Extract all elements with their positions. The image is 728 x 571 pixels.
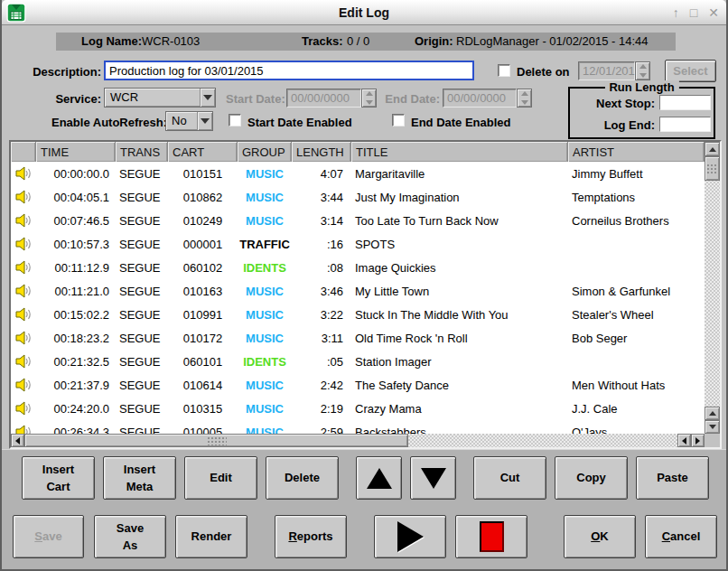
log-event-row[interactable]: 00:21:32.5SEGUE060101IDENTS:05Station Im… <box>11 350 705 373</box>
artist-cell <box>568 232 705 256</box>
service-label: Service: <box>47 92 101 106</box>
spin-up-icon[interactable] <box>636 62 649 71</box>
save-button[interactable]: Save <box>13 515 84 558</box>
down-arrow-icon <box>421 468 446 489</box>
log-event-row[interactable]: 00:15:02.2SEGUE010991MUSIC3:22Stuck In T… <box>11 303 705 326</box>
log-event-row[interactable]: 00:04:05.1SEGUE010862MUSIC3:44Just My Im… <box>11 185 705 209</box>
horizontal-scrollbar[interactable] <box>11 434 705 447</box>
scroll-right-icon[interactable] <box>691 434 705 447</box>
select-date-button[interactable]: Select <box>665 60 716 82</box>
column-header-cart[interactable]: CART <box>168 142 238 162</box>
move-up-button[interactable] <box>356 456 402 500</box>
scroll-down-icon[interactable] <box>705 420 720 434</box>
end-date-spinner[interactable] <box>517 89 532 108</box>
log-event-row[interactable]: 00:07:46.5SEGUE010249MUSIC3:14Too Late T… <box>11 209 705 232</box>
column-header-group[interactable]: GROUP <box>238 142 292 162</box>
cancel-button[interactable]: Cancel <box>645 515 717 558</box>
cut-button[interactable]: Cut <box>473 456 546 500</box>
insert-meta-button[interactable]: Insert Meta <box>103 456 176 500</box>
delete-button[interactable]: Delete <box>266 456 339 500</box>
scroll-up-icon[interactable] <box>705 142 720 156</box>
scroll-up-icon[interactable] <box>705 407 720 420</box>
group-cell: MUSIC <box>238 397 292 420</box>
column-header-artist[interactable]: ARTIST <box>568 142 705 162</box>
column-header-icon[interactable] <box>11 142 36 162</box>
start-date-enabled-checkbox[interactable] <box>229 114 241 126</box>
cart-cell: 010172 <box>168 326 238 350</box>
length-cell: :16 <box>292 232 351 256</box>
autorefresh-combobox[interactable]: No <box>165 111 213 131</box>
origin-label: Origin: <box>415 34 453 48</box>
spin-down-icon[interactable] <box>518 98 531 108</box>
artist-cell: Simon & Garfunkel <box>568 279 705 303</box>
copy-button[interactable]: Copy <box>555 456 628 500</box>
group-cell: MUSIC <box>238 420 292 434</box>
log-event-row[interactable]: 00:18:23.2SEGUE010172MUSIC3:11Old Time R… <box>11 326 705 350</box>
delete-on-date-spinner[interactable] <box>635 61 650 80</box>
chevron-down-icon[interactable] <box>200 89 215 107</box>
trans-cell: SEGUE <box>116 256 168 279</box>
end-date-enabled-checkbox[interactable] <box>392 114 405 126</box>
delete-on-checkbox[interactable] <box>498 64 510 77</box>
log-event-row[interactable]: 00:00:00.0SEGUE010151MUSIC4:07Margaritav… <box>11 162 705 185</box>
log-event-row[interactable]: 00:21:37.9SEGUE010614MUSIC2:42The Safety… <box>11 373 705 397</box>
maximize-icon[interactable]: □ <box>690 6 697 19</box>
spin-down-icon[interactable] <box>362 98 376 108</box>
cart-cell: 060102 <box>168 256 238 279</box>
service-combobox[interactable]: WCR <box>104 88 216 108</box>
column-header-trans[interactable]: TRANS <box>116 142 168 162</box>
scroll-left-icon[interactable] <box>677 434 691 447</box>
play-button[interactable] <box>374 515 446 558</box>
log-event-row[interactable]: 00:11:21.0SEGUE010163MUSIC3:46My Little … <box>11 279 705 303</box>
speaker-icon <box>15 166 33 181</box>
shade-icon[interactable]: ↑ <box>673 6 679 19</box>
speaker-icon-cell <box>11 256 36 279</box>
log-event-row[interactable]: 00:26:34.3SEGUE010005MUSIC2:59Backstabbe… <box>11 420 705 434</box>
start-date-spinner[interactable] <box>361 89 377 108</box>
time-cell: 00:07:46.5 <box>36 209 116 232</box>
cart-cell: 010151 <box>168 162 238 185</box>
stop-button[interactable] <box>455 515 527 558</box>
render-button[interactable]: Render <box>175 515 247 558</box>
vertical-scroll-thumb[interactable] <box>705 156 720 181</box>
spin-down-icon[interactable] <box>636 71 649 80</box>
group-cell: MUSIC <box>238 279 292 303</box>
artist-cell: Bob Seger <box>568 326 705 350</box>
vertical-scrollbar[interactable] <box>705 142 720 434</box>
column-header-title[interactable]: TITLE <box>351 142 568 162</box>
save-as-button[interactable]: Save As <box>94 515 166 558</box>
edit-button[interactable]: Edit <box>184 456 257 500</box>
end-date-field[interactable]: 00/00/0000 <box>443 89 517 108</box>
speaker-icon-cell <box>11 232 36 256</box>
edit-log-window: Edit Log ↑ □ ✕ Log Name: WCR-0103 Tracks… <box>0 0 728 571</box>
speaker-icon <box>15 307 33 322</box>
description-input[interactable] <box>104 61 474 80</box>
close-icon[interactable]: ✕ <box>708 6 719 19</box>
chevron-down-icon[interactable] <box>197 112 212 130</box>
reports-button[interactable]: Reports <box>275 515 347 558</box>
log-event-row[interactable]: 00:10:57.3SEGUE000001TRAFFIC:16SPOTS <box>11 232 705 256</box>
horizontal-scroll-thumb[interactable] <box>24 434 408 447</box>
log-event-row[interactable]: 00:24:20.0SEGUE010315MUSIC2:19Crazy Mama… <box>11 397 705 420</box>
scroll-left-icon[interactable] <box>11 434 24 447</box>
title-cell: Margaritaville <box>351 162 568 185</box>
start-date-field[interactable]: 00/00/0000 <box>286 89 361 108</box>
insert-cart-button[interactable]: Insert Cart <box>22 456 95 500</box>
origin-value: RDLogManager - 01/02/2015 - 14:44 <box>456 34 648 48</box>
ok-button[interactable]: OK <box>564 515 636 558</box>
column-header-length[interactable]: LENGTH <box>292 142 351 162</box>
move-down-button[interactable] <box>410 456 456 500</box>
delete-on-date-field[interactable]: 12/01/2017 <box>578 61 635 80</box>
spin-up-icon[interactable] <box>518 89 531 98</box>
next-stop-field[interactable] <box>659 95 711 110</box>
cart-cell: 010991 <box>168 303 238 326</box>
column-header-time[interactable]: TIME <box>36 142 116 162</box>
cart-cell: 010249 <box>168 209 238 232</box>
speaker-icon <box>15 284 33 298</box>
group-cell: IDENTS <box>238 256 292 279</box>
time-cell: 00:18:23.2 <box>36 326 116 350</box>
log-end-field[interactable] <box>659 117 711 132</box>
spin-up-icon[interactable] <box>362 89 376 98</box>
paste-button[interactable]: Paste <box>636 456 709 500</box>
log-event-row[interactable]: 00:11:12.9SEGUE060102IDENTS:08Image Quic… <box>11 256 705 279</box>
